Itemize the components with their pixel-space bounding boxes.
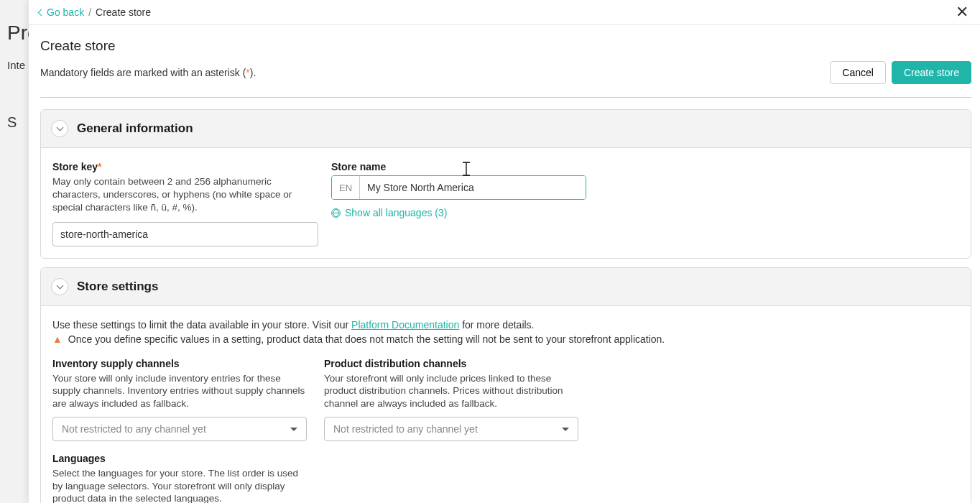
header-divider (40, 97, 971, 98)
platform-docs-link[interactable]: Platform Documentation (351, 319, 459, 331)
languages-label: Languages (52, 453, 307, 464)
modal-content: Create store Mandatory fields are marked… (29, 25, 980, 503)
show-langs-label: Show all languages (3) (345, 207, 447, 218)
create-store-modal: Go back / Create store ✕ Create store Ma… (29, 0, 980, 503)
locale-tag: EN (332, 176, 360, 199)
settings-section-header[interactable]: Store settings (41, 268, 971, 306)
show-all-languages-link[interactable]: Show all languages (3) (331, 207, 586, 218)
distribution-desc: Your storefront will only include prices… (324, 372, 578, 410)
mandatory-prefix: Mandatory fields are marked with an aste… (40, 67, 246, 78)
inventory-placeholder: Not restricted to any channel yet (62, 423, 206, 435)
caret-down-icon (562, 428, 569, 431)
general-section-title: General information (77, 121, 193, 136)
globe-icon (331, 208, 341, 218)
general-section-header[interactable]: General information (41, 110, 971, 148)
inventory-desc: Your store will only include inventory e… (52, 372, 307, 410)
warning-icon: ▲ (52, 333, 63, 345)
caret-down-icon (290, 428, 297, 431)
breadcrumb: Go back / Create store (39, 6, 151, 18)
store-name-label: Store name (331, 161, 586, 172)
required-asterisk: * (98, 161, 101, 172)
warning-row: ▲ Once you define specific values in a s… (52, 333, 959, 345)
chevron-down-icon (56, 282, 63, 289)
go-back-label: Go back (47, 6, 84, 18)
mandatory-note: Mandatory fields are marked with an aste… (40, 67, 256, 78)
collapse-toggle[interactable] (51, 120, 68, 137)
store-key-hint: May only contain between 2 and 256 alpha… (52, 175, 318, 215)
settings-section-body: Use these settings to limit the data ava… (41, 306, 971, 503)
action-buttons: Cancel Create store (830, 61, 971, 84)
close-icon[interactable]: ✕ (953, 4, 971, 20)
cancel-button[interactable]: Cancel (830, 61, 886, 84)
distribution-placeholder: Not restricted to any channel yet (333, 423, 478, 435)
store-settings-section: Store settings Use these settings to lim… (40, 267, 971, 503)
modal-nav-bar: Go back / Create store ✕ (29, 0, 980, 25)
general-section-body: Store key* May only contain between 2 an… (41, 148, 971, 258)
intro-suffix: for more details. (459, 319, 534, 331)
page-title: Create store (40, 38, 971, 54)
store-name-input-wrapper: EN (331, 175, 586, 200)
collapse-toggle[interactable] (51, 278, 68, 295)
breadcrumb-current: Create store (96, 6, 151, 18)
distribution-select[interactable]: Not restricted to any channel yet (324, 417, 578, 441)
languages-desc: Select the languages for your store. The… (52, 467, 307, 503)
create-store-button[interactable]: Create store (892, 61, 971, 84)
go-back-link[interactable]: Go back (39, 6, 84, 18)
distribution-label: Product distribution channels (324, 358, 578, 369)
settings-section-title: Store settings (77, 280, 158, 294)
warning-text: Once you define specific values in a set… (68, 333, 665, 345)
inventory-select[interactable]: Not restricted to any channel yet (52, 417, 307, 441)
chevron-down-icon (56, 124, 63, 131)
breadcrumb-separator: / (88, 6, 91, 18)
intro-prefix: Use these settings to limit the data ava… (52, 319, 351, 331)
general-information-section: General information Store key* May only … (40, 109, 971, 259)
store-key-label-text: Store key (52, 161, 98, 172)
inventory-label: Inventory supply channels (52, 358, 307, 369)
mandatory-suffix: ). (250, 67, 256, 78)
store-name-input[interactable] (360, 176, 586, 199)
settings-intro: Use these settings to limit the data ava… (52, 319, 959, 331)
store-key-label: Store key* (52, 161, 318, 172)
store-key-input[interactable] (52, 222, 318, 246)
chevron-left-icon (38, 9, 45, 16)
